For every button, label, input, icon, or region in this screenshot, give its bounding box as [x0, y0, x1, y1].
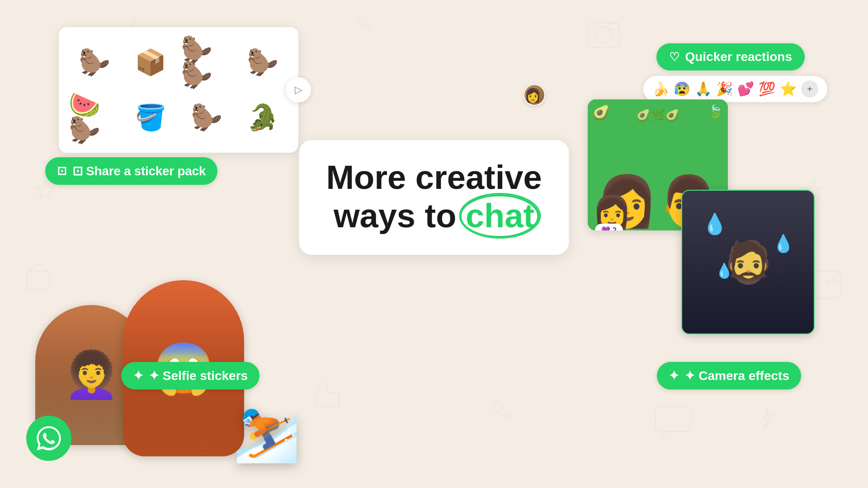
whatsapp-icon: [34, 424, 63, 453]
share-sticker-badge[interactable]: ⊡ ⊡ Share a sticker pack: [45, 157, 217, 185]
svg-point-23: [461, 195, 538, 237]
reaction-hearts[interactable]: 💕: [737, 82, 754, 96]
sticker-5: 🍉🦫: [69, 92, 120, 143]
camera-effects-badge[interactable]: ✦ ✦ Camera effects: [657, 362, 801, 389]
heart-outline-icon: ♡: [669, 50, 679, 64]
sticker-2: 📦: [125, 50, 176, 75]
reaction-banana[interactable]: 🍌: [652, 82, 669, 96]
chat-highlight: chat: [466, 197, 534, 235]
heart-reaction-badge: 💜 2: [595, 224, 623, 230]
sticker-3: 🦫🦫: [181, 37, 232, 88]
skier-photo: ⛷️: [222, 330, 312, 465]
selfie-stickers-label: ✦ Selfie stickers: [149, 368, 248, 383]
sticker-pack-card: 🦫 📦 🦫🦫 🦫 🍉🦫 🪣 🦫 🐊 ▷: [59, 27, 298, 153]
main-title-card: More creative ways to chat: [299, 140, 569, 255]
camera-effects-icon: ✦: [669, 368, 679, 383]
tear-sticker-3: 💧: [715, 262, 733, 279]
add-reaction-button[interactable]: +: [801, 80, 818, 98]
emoji-reaction-row[interactable]: 🍌 😰 🙏 🎉 💕 💯 ⭐ +: [643, 76, 827, 102]
share-sticker-icon: ⊡: [57, 164, 67, 178]
camera-effects-label: ✦ Camera effects: [684, 368, 789, 383]
quicker-reactions-label: Quicker reactions: [685, 50, 792, 64]
reaction-worried[interactable]: 😰: [674, 82, 690, 96]
sticker-7: 🦫: [181, 105, 232, 130]
selfie-stickers-icon: ✦: [133, 368, 143, 383]
avatar: 👩: [524, 84, 545, 106]
reaction-party[interactable]: 🎉: [716, 82, 733, 96]
selfie-stickers-badge[interactable]: ✦ ✦ Selfie stickers: [121, 362, 259, 389]
reaction-pray[interactable]: 🙏: [695, 82, 712, 96]
main-scene: 🦫 📦 🦫🦫 🦫 🍉🦫 🪣 🦫 🐊 ▷ ⊡ ⊡ Share a sticker …: [0, 0, 868, 488]
whatsapp-logo: [26, 416, 71, 461]
quicker-reactions-badge[interactable]: ♡ Quicker reactions: [656, 43, 805, 70]
man-crying-photo: 🧔 💧 💧 💧: [681, 190, 815, 334]
sticker-6: 🪣: [125, 105, 176, 130]
heart-icon: 💜: [601, 226, 610, 230]
tear-stickers: 💧: [702, 212, 727, 236]
title-line1: More creative: [326, 158, 542, 197]
tear-sticker-2: 💧: [773, 234, 794, 253]
sticker-4: 🦫: [237, 50, 288, 75]
reaction-100[interactable]: 💯: [759, 82, 775, 96]
reaction-star[interactable]: ⭐: [780, 82, 797, 96]
sticker-8: 🐊: [237, 105, 288, 130]
send-button[interactable]: ▷: [286, 77, 311, 103]
title-line2: ways to chat: [326, 197, 542, 235]
sticker-1: 🦫: [69, 50, 120, 75]
reaction-count: 2: [613, 226, 617, 231]
share-sticker-label: ⊡ Share a sticker pack: [72, 164, 206, 178]
